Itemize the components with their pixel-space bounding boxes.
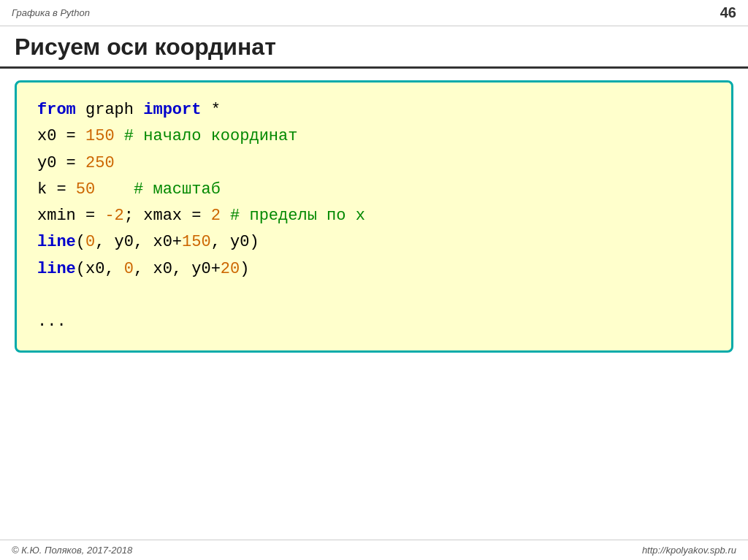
code-plain-7: ; xmax = [124, 207, 211, 225]
keyword-import: import [143, 101, 201, 119]
header-page-number: 46 [720, 4, 736, 21]
code-num-150b: 150 [182, 233, 211, 251]
code-ellipsis: ... [37, 312, 66, 331]
code-plain-6: xmin = [37, 207, 104, 225]
code-num-0b: 0 [124, 260, 134, 278]
code-num-50: 50 [76, 180, 95, 199]
code-num-neg2: -2 [104, 207, 123, 225]
code-plain-2: * [201, 101, 220, 119]
code-comment-1: # начало координат [115, 127, 298, 145]
code-plain-13: ) [240, 260, 249, 278]
slide-header: Графика в Python 46 [0, 0, 748, 26]
code-content: from graph import * x0 = 150 # начало ко… [37, 97, 711, 336]
code-plain-10: , y0) [211, 233, 259, 251]
code-plain-8: ( [76, 233, 85, 251]
code-plain-11: (x0, [76, 260, 124, 278]
code-comment-3: # пределы по x [221, 207, 365, 225]
slide-footer: © К.Ю. Поляков, 2017-2018 http://kpolyak… [0, 540, 748, 560]
code-num-250: 250 [85, 154, 115, 172]
code-num-20: 20 [221, 260, 240, 278]
code-num-2: 2 [211, 207, 221, 225]
slide-title-container: Рисуем оси координат [0, 26, 748, 69]
footer-right: http://kpolyakov.spb.ru [642, 545, 736, 556]
code-plain-9: , y0, x0+ [95, 233, 182, 251]
slide-title: Рисуем оси координат [15, 34, 733, 61]
code-num-0a: 0 [85, 233, 95, 251]
code-plain-4: y0 = [37, 154, 85, 172]
code-plain-5: k = [37, 180, 76, 199]
code-plain-12: , x0, y0+ [134, 260, 221, 278]
code-block: from graph import * x0 = 150 # начало ко… [15, 80, 733, 353]
code-fn-line1: line [37, 233, 76, 251]
code-plain-1: graph [76, 101, 143, 119]
keyword-from: from [37, 101, 76, 119]
code-comment-2: # масштаб [95, 180, 221, 199]
footer-left: © К.Ю. Поляков, 2017-2018 [12, 545, 132, 556]
code-num-150: 150 [85, 127, 115, 145]
code-fn-line2: line [37, 260, 76, 278]
header-title: Графика в Python [12, 7, 90, 18]
code-plain-3: x0 = [37, 127, 85, 145]
